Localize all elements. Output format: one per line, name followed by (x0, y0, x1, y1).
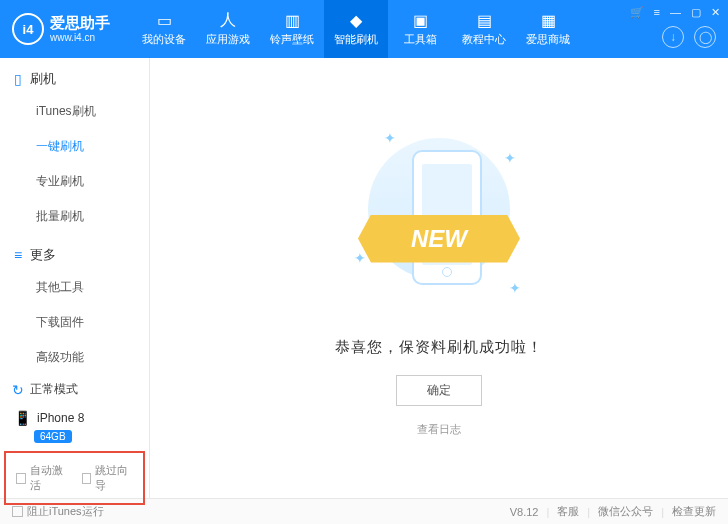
sidebar-item-batch[interactable]: 批量刷机 (0, 199, 149, 234)
apps-icon: 人 (218, 12, 238, 30)
nav-label: 智能刷机 (334, 32, 378, 47)
check-update-link[interactable]: 检查更新 (672, 504, 716, 519)
auto-activate-checkbox[interactable]: 自动激活 (16, 463, 68, 493)
section-flash: ▯ 刷机 (0, 58, 149, 94)
sidebar-item-oneclick[interactable]: 一键刷机 (0, 129, 149, 164)
nav-toolbox[interactable]: ▣ 工具箱 (388, 0, 452, 58)
minimize-icon[interactable]: — (670, 6, 681, 19)
skip-wizard-checkbox[interactable]: 跳过向导 (82, 463, 134, 493)
device-name: iPhone 8 (37, 411, 84, 425)
section-more: ≡ 更多 (0, 234, 149, 270)
sidebar-item-itunes[interactable]: iTunes刷机 (0, 94, 149, 129)
sidebar-item-pro[interactable]: 专业刷机 (0, 164, 149, 199)
logo-icon: i4 (12, 13, 44, 45)
nav-my-device[interactable]: ▭ 我的设备 (132, 0, 196, 58)
ringtone-icon: ▥ (282, 12, 302, 30)
refresh-icon: ↻ (12, 382, 24, 398)
nav-tutorials[interactable]: ▤ 教程中心 (452, 0, 516, 58)
section-label: 刷机 (30, 70, 56, 88)
device-icon: ▭ (154, 12, 174, 30)
nav-label: 爱思商城 (526, 32, 570, 47)
mode-row[interactable]: ↻ 正常模式 (0, 375, 149, 404)
ok-button[interactable]: 确定 (396, 375, 482, 406)
options-box: 自动激活 跳过向导 (4, 451, 145, 505)
block-itunes-checkbox[interactable]: 阻止iTunes运行 (12, 504, 104, 519)
nav-label: 铃声壁纸 (270, 32, 314, 47)
maximize-icon[interactable]: ▢ (691, 6, 701, 19)
header-aux: ↓ ◯ (662, 26, 716, 48)
sidebar-item-advanced[interactable]: 高级功能 (0, 340, 149, 375)
download-icon[interactable]: ↓ (662, 26, 684, 48)
nav-label: 我的设备 (142, 32, 186, 47)
nav-store[interactable]: ▦ 爱思商城 (516, 0, 580, 58)
menu-icon[interactable]: ≡ (654, 6, 660, 19)
success-illustration: ✦ ✦ ✦ ✦ NEW (334, 120, 544, 320)
menu-list-icon: ≡ (14, 247, 22, 263)
window-controls: 🛒 ≡ — ▢ ✕ (630, 6, 720, 19)
success-message: 恭喜您，保资料刷机成功啦！ (335, 338, 543, 357)
checkbox-label: 阻止iTunes运行 (27, 504, 104, 519)
app-url: www.i4.cn (50, 32, 110, 44)
nav-smart-flash[interactable]: ◆ 智能刷机 (324, 0, 388, 58)
mode-label: 正常模式 (30, 381, 78, 398)
phone-icon: ▯ (14, 71, 22, 87)
support-link[interactable]: 客服 (557, 504, 579, 519)
app-name: 爱思助手 (50, 14, 110, 32)
main-content: ✦ ✦ ✦ ✦ NEW 恭喜您，保资料刷机成功啦！ 确定 查看日志 (150, 58, 728, 498)
header: i4 爱思助手 www.i4.cn ▭ 我的设备 人 应用游戏 ▥ 铃声壁纸 ◆… (0, 0, 728, 58)
user-icon[interactable]: ◯ (694, 26, 716, 48)
cart-icon[interactable]: 🛒 (630, 6, 644, 19)
sidebar: ▯ 刷机 iTunes刷机 一键刷机 专业刷机 批量刷机 ≡ 更多 其他工具 下… (0, 58, 150, 498)
nav-label: 应用游戏 (206, 32, 250, 47)
section-label: 更多 (30, 246, 56, 264)
toolbox-icon: ▣ (410, 12, 430, 30)
book-icon: ▤ (474, 12, 494, 30)
device-phone-icon: 📱 (14, 410, 31, 426)
nav-label: 工具箱 (404, 32, 437, 47)
wechat-link[interactable]: 微信公众号 (598, 504, 653, 519)
sidebar-item-download-fw[interactable]: 下载固件 (0, 305, 149, 340)
sidebar-item-other-tools[interactable]: 其他工具 (0, 270, 149, 305)
device-row[interactable]: 📱 iPhone 8 64GB (0, 404, 149, 449)
nav-ringtones[interactable]: ▥ 铃声壁纸 (260, 0, 324, 58)
version-label: V8.12 (510, 506, 539, 518)
close-icon[interactable]: ✕ (711, 6, 720, 19)
store-icon: ▦ (538, 12, 558, 30)
nav-apps[interactable]: 人 应用游戏 (196, 0, 260, 58)
flash-icon: ◆ (346, 12, 366, 30)
view-log-link[interactable]: 查看日志 (417, 422, 461, 437)
storage-badge: 64GB (34, 430, 72, 443)
logo[interactable]: i4 爱思助手 www.i4.cn (0, 13, 122, 45)
nav-label: 教程中心 (462, 32, 506, 47)
top-nav: ▭ 我的设备 人 应用游戏 ▥ 铃声壁纸 ◆ 智能刷机 ▣ 工具箱 ▤ 教程中心… (132, 0, 580, 58)
checkbox-label: 跳过向导 (95, 463, 133, 493)
new-ribbon: NEW (358, 215, 520, 263)
checkbox-label: 自动激活 (30, 463, 68, 493)
